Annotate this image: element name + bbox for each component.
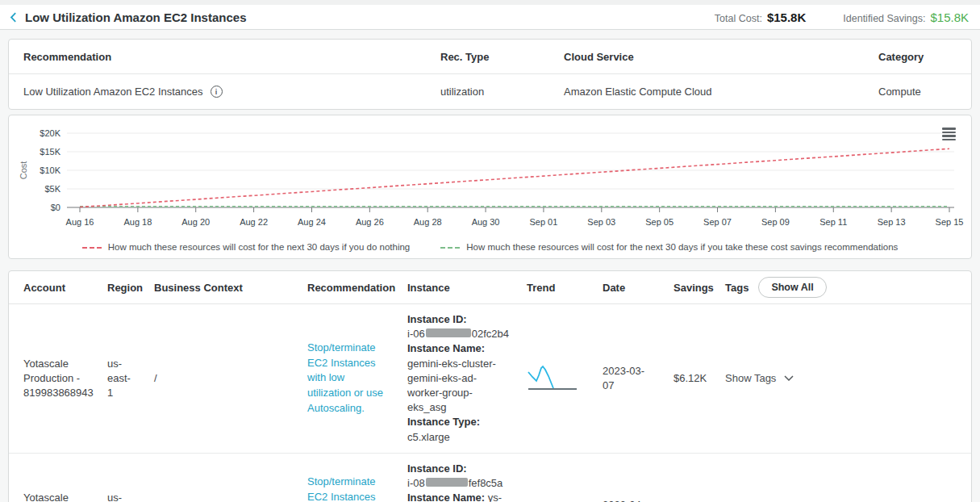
trend-cell	[519, 356, 594, 401]
summary-data-row: Low Utilization Amazon EC2 Instances i u…	[9, 74, 971, 109]
details-col-instance: Instance	[399, 271, 519, 303]
svg-text:Aug 30: Aug 30	[472, 217, 500, 227]
svg-text:Sep 13: Sep 13	[878, 217, 906, 227]
table-row: Yotascale Production - 819983868943 us-e…	[9, 304, 971, 454]
svg-text:Sep 01: Sep 01	[529, 217, 557, 227]
recommendation-cell: Stop/terminate EC2 Instances with low ut…	[299, 466, 399, 502]
details-col-savings: Savings	[665, 271, 717, 303]
trend-sparkline	[527, 498, 583, 502]
instance-name-label: Instance Name:	[407, 342, 485, 354]
svg-text:Aug 20: Aug 20	[181, 217, 210, 227]
chevron-left-icon	[10, 12, 17, 23]
recommendation-cell: Stop/terminate EC2 Instances with low ut…	[299, 333, 399, 425]
tags-header-label: Tags	[725, 282, 749, 294]
recommendation-link[interactable]: Stop/terminate EC2 Instances with low ut…	[307, 341, 390, 416]
summary-category-cell: Compute	[870, 74, 971, 109]
details-col-trend: Trend	[519, 271, 594, 303]
savings-cell: $4.54K	[665, 497, 717, 502]
instance-name-line: Instance Name: gemini-eks-cluster-gemini…	[407, 341, 509, 415]
legend-label-do-nothing: How much these resources will cost for t…	[108, 242, 411, 252]
svg-text:Sep 05: Sep 05	[645, 217, 673, 227]
account-cell: Yotascale Production - 819983868943	[15, 349, 99, 409]
summary-rec-type-cell: utilization	[432, 74, 556, 109]
svg-text:Aug 24: Aug 24	[298, 217, 326, 227]
summary-col-rec-type: Rec. Type	[432, 40, 556, 73]
instance-name-line: Instance Name: ys-prod-gemini-zookeeper-…	[407, 491, 509, 502]
hamburger-icon	[942, 128, 956, 130]
svg-text:$0: $0	[51, 203, 60, 212]
instance-type-line: Instance Type: c5.xlarge	[407, 415, 509, 444]
business-context-cell: /	[146, 363, 299, 394]
instance-cell: Instance ID: i-08fef8c5a Instance Name: …	[399, 454, 519, 502]
instance-name-label: Instance Name:	[407, 492, 485, 502]
instance-id-label: Instance ID:	[407, 313, 467, 325]
cost-chart-card: $0$5K$10K$15K$20KCostAug 16Aug 18Aug 20A…	[8, 115, 972, 259]
table-row: Yotascale Production - 819983868943 us-e…	[9, 454, 971, 502]
legend-item-do-nothing[interactable]: How much these resources will cost for t…	[82, 242, 411, 252]
recommendations-details-card: Account Region Business Context Recommen…	[8, 270, 972, 502]
region-cell: us-east-1	[99, 483, 146, 502]
svg-text:Sep 07: Sep 07	[703, 217, 732, 227]
page-title: Low Utilization Amazon EC2 Instances	[25, 10, 246, 24]
details-header-row: Account Region Business Context Recommen…	[9, 271, 971, 304]
identified-savings-label: Identified Savings:	[843, 13, 925, 24]
svg-text:$15K: $15K	[40, 147, 60, 157]
total-cost-metric: Total Cost: $15.8K	[715, 10, 806, 24]
svg-text:Aug 22: Aug 22	[240, 217, 268, 227]
instance-id-value: i-08fef8c5a	[407, 476, 509, 491]
summary-recommendation-cell: Low Utilization Amazon EC2 Instances i	[15, 74, 432, 109]
redacted-id-block	[426, 328, 471, 337]
page-header: Low Utilization Amazon EC2 Instances Tot…	[0, 5, 980, 30]
tags-cell: Show Tags	[717, 363, 971, 394]
svg-text:$5K: $5K	[44, 184, 60, 194]
svg-text:Aug 28: Aug 28	[414, 217, 442, 227]
instance-id-label: Instance ID:	[407, 462, 467, 475]
svg-text:Sep 15: Sep 15	[936, 217, 964, 227]
account-cell: Yotascale Production - 819983868943	[15, 483, 99, 502]
back-button[interactable]	[8, 10, 19, 24]
trend-cell	[519, 490, 594, 502]
chevron-down-icon	[784, 375, 794, 381]
instance-id-value: i-0602fc2b4	[407, 327, 509, 341]
chart-legend: How much these resources will cost for t…	[15, 242, 965, 252]
date-cell: 2023-04-06	[594, 490, 665, 502]
chart-context-menu-button[interactable]	[940, 125, 958, 143]
svg-text:Cost: Cost	[19, 161, 28, 180]
details-col-tags: Tags Show All	[717, 271, 971, 303]
total-cost-value: $15.8K	[767, 10, 806, 24]
date-cell: 2023-03-07	[594, 356, 665, 401]
legend-label-take-recommendations: How much these resources will cost for t…	[466, 242, 898, 252]
identified-savings-value: $15.8K	[930, 10, 969, 24]
summary-recommendation-text: Low Utilization Amazon EC2 Instances	[23, 86, 203, 98]
legend-marker-green-dashed-icon	[440, 247, 460, 249]
details-col-account: Account	[15, 271, 99, 303]
trend-sparkline	[527, 364, 583, 393]
recommendation-link[interactable]: Stop/terminate EC2 Instances with low ut…	[307, 475, 390, 502]
identified-savings-metric: Identified Savings: $15.8K	[843, 10, 969, 24]
summary-col-recommendation: Recommendation	[15, 40, 432, 73]
show-all-tags-button[interactable]: Show All	[758, 277, 826, 298]
summary-header-row: Recommendation Rec. Type Cloud Service C…	[9, 40, 971, 74]
svg-text:Aug 16: Aug 16	[66, 217, 94, 227]
summary-col-category: Category	[870, 40, 971, 73]
info-icon[interactable]: i	[211, 86, 223, 98]
redacted-id-block	[426, 478, 468, 487]
tags-cell: Show Tags	[717, 497, 971, 502]
show-tags-toggle[interactable]: Show Tags	[725, 371, 794, 386]
details-col-recommendation: Recommendation	[299, 271, 399, 303]
legend-marker-red-dashed-icon	[82, 247, 102, 249]
recommendation-summary-card: Recommendation Rec. Type Cloud Service C…	[8, 39, 972, 110]
details-col-business-context: Business Context	[146, 271, 299, 303]
instance-type-label: Instance Type:	[407, 416, 480, 428]
show-tags-label: Show Tags	[725, 371, 776, 386]
total-cost-label: Total Cost:	[715, 13, 762, 24]
business-context-cell: /	[146, 497, 299, 502]
savings-cell: $6.12K	[665, 363, 717, 394]
summary-cloud-service-cell: Amazon Elastic Compute Cloud	[556, 74, 870, 109]
legend-item-take-recommendations[interactable]: How much these resources will cost for t…	[440, 242, 898, 252]
svg-text:Sep 03: Sep 03	[587, 217, 615, 227]
region-cell: us-east-1	[99, 349, 146, 409]
svg-text:$10K: $10K	[40, 165, 60, 175]
svg-text:Sep 09: Sep 09	[761, 217, 790, 227]
svg-text:Aug 18: Aug 18	[123, 217, 152, 227]
